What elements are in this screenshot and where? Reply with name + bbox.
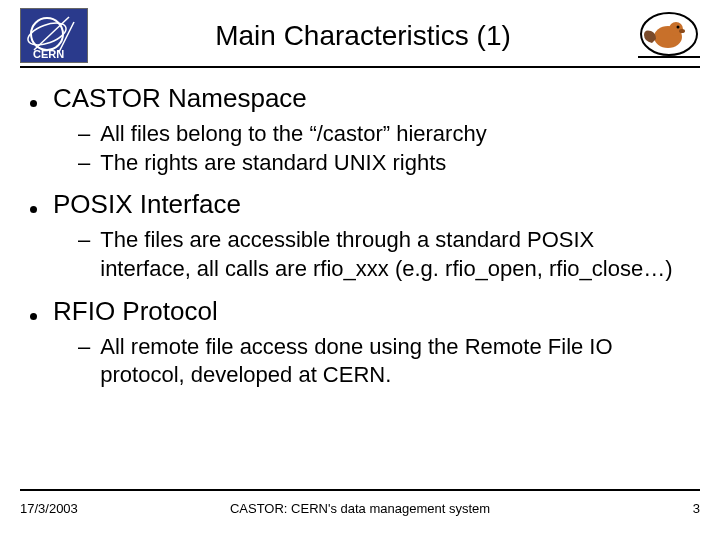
slide-header: CERN Main Characteristics (1): [0, 0, 720, 63]
footer-caption: CASTOR: CERN's data management system: [20, 501, 700, 516]
svg-point-7: [669, 22, 683, 36]
bullet-label: POSIX Interface: [53, 187, 241, 222]
sub-item: – All remote file access done using the …: [78, 333, 690, 390]
sub-list: – All remote file access done using the …: [78, 333, 690, 390]
header-divider: [20, 66, 700, 68]
sub-list: – The files are accessible through a sta…: [78, 226, 690, 283]
footer-page-number: 3: [693, 501, 700, 516]
bullet-item: RFIO Protocol: [30, 294, 690, 329]
sub-list: – All files belong to the “/castor” hier…: [78, 120, 690, 177]
cern-logo-icon: CERN: [20, 8, 88, 63]
sub-item: – All files belong to the “/castor” hier…: [78, 120, 690, 149]
footer-date: 17/3/2003: [20, 501, 78, 516]
footer-row: 17/3/2003 CASTOR: CERN's data management…: [20, 501, 700, 516]
bullet-item: POSIX Interface: [30, 187, 690, 222]
bullet-dot-icon: [30, 206, 37, 213]
sub-item: – The rights are standard UNIX rights: [78, 149, 690, 178]
sub-item: – The files are accessible through a sta…: [78, 226, 690, 283]
bullet-label: CASTOR Namespace: [53, 81, 307, 116]
slide-title: Main Characteristics (1): [88, 12, 638, 60]
footer-divider: [20, 489, 700, 491]
svg-point-9: [679, 29, 685, 33]
slide-footer: 17/3/2003 CASTOR: CERN's data management…: [20, 489, 700, 516]
bullet-item: CASTOR Namespace: [30, 81, 690, 116]
svg-point-8: [677, 25, 680, 28]
sub-item-text: All remote file access done using the Re…: [100, 333, 690, 390]
dash-icon: –: [78, 120, 90, 149]
sub-item-text: The rights are standard UNIX rights: [100, 149, 446, 178]
bullet-dot-icon: [30, 313, 37, 320]
svg-text:CERN: CERN: [33, 48, 64, 60]
dash-icon: –: [78, 149, 90, 178]
sub-item-text: All files belong to the “/castor” hierar…: [100, 120, 486, 149]
dash-icon: –: [78, 226, 90, 255]
bullet-label: RFIO Protocol: [53, 294, 218, 329]
sub-item-text: The files are accessible through a stand…: [100, 226, 690, 283]
bullet-dot-icon: [30, 100, 37, 107]
dash-icon: –: [78, 333, 90, 362]
castor-beaver-icon: [638, 11, 700, 61]
slide-body: CASTOR Namespace – All files belong to t…: [0, 63, 720, 390]
